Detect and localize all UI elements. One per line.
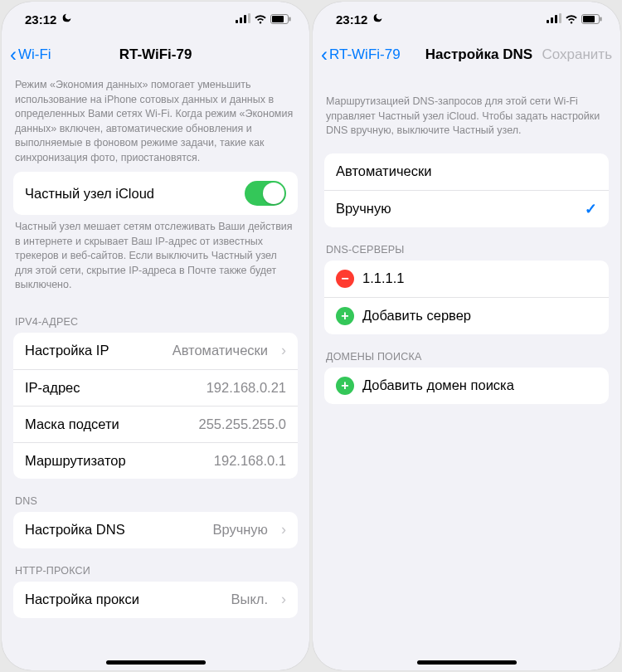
back-button[interactable]: ‹ RT-WiFi-79 — [321, 45, 401, 65]
dns-group: Настройка DNS Вручную › — [13, 512, 298, 548]
ip-address-label: IP-адрес — [25, 380, 80, 396]
chevron-left-icon: ‹ — [10, 45, 17, 65]
status-bar: 23:12 — [2, 2, 309, 37]
router-row: Маршрутизатор 192.168.0.1 — [13, 442, 298, 479]
add-server-row[interactable]: + Добавить сервер — [324, 297, 609, 334]
ipv4-header: IPV4-АДРЕС — [2, 299, 309, 333]
private-relay-row[interactable]: Частный узел iCloud — [13, 172, 298, 215]
content-scroll[interactable]: Режим «Экономия данных» помогает уменьши… — [2, 73, 309, 670]
dns-mode-manual-label: Вручную — [336, 201, 391, 217]
status-bar: 23:12 — [313, 2, 620, 37]
phone-right: 23:12 ‹ RT-WiFi-79 Настройка DNS Сохрани… — [313, 2, 620, 670]
proxy-group: Настройка прокси Выкл. › — [13, 582, 298, 618]
dns-mode-manual-row[interactable]: Вручную ✓ — [324, 190, 609, 227]
private-relay-group: Частный узел iCloud — [13, 172, 298, 215]
svg-rect-13 — [600, 17, 602, 21]
remove-server-button[interactable]: − — [336, 270, 354, 288]
add-domain-button[interactable]: + — [336, 377, 354, 395]
router-value: 192.168.0.1 — [214, 453, 286, 469]
chevron-right-icon: › — [281, 521, 286, 538]
save-button[interactable]: Сохранить — [542, 46, 612, 63]
dns-servers-header: DNS-СЕРВЕРЫ — [313, 227, 620, 261]
svg-rect-12 — [583, 16, 595, 22]
configure-dns-row[interactable]: Настройка DNS Вручную › — [13, 512, 298, 548]
svg-rect-8 — [551, 17, 553, 23]
configure-dns-value: Вручную — [212, 522, 268, 538]
dns-mode-auto-row[interactable]: Автоматически — [324, 153, 609, 190]
svg-rect-2 — [244, 15, 246, 23]
subnet-mask-value: 255.255.255.0 — [198, 416, 286, 432]
private-relay-toggle[interactable] — [245, 181, 286, 206]
router-label: Маршрутизатор — [25, 453, 126, 469]
svg-rect-1 — [240, 17, 242, 23]
chevron-right-icon: › — [281, 342, 286, 359]
svg-rect-9 — [555, 15, 557, 23]
ipv4-group: Настройка IP Автоматически › IP-адрес 19… — [13, 333, 298, 479]
ip-address-value: 192.168.0.21 — [207, 380, 286, 396]
nav-bar: ‹ RT-WiFi-79 Настройка DNS Сохранить — [313, 37, 620, 73]
battery-icon — [270, 12, 291, 27]
minus-icon: − — [341, 272, 348, 285]
dns-mode-group: Автоматически Вручную ✓ — [324, 153, 609, 227]
dnd-moon-icon — [372, 12, 383, 26]
dns-routing-note: Маршрутизацией DNS-запросов для этой сет… — [313, 73, 620, 145]
status-time: 23:12 — [25, 12, 56, 27]
phone-left: 23:12 ‹ Wi-Fi RT-WiFi-79 Режим «Экономия… — [2, 2, 309, 670]
http-proxy-header: HTTP-ПРОКСИ — [2, 548, 309, 582]
wifi-icon — [254, 12, 267, 27]
content-scroll[interactable]: Маршрутизацией DNS-запросов для этой сет… — [313, 73, 620, 670]
ip-address-row: IP-адрес 192.168.0.21 — [13, 369, 298, 406]
add-server-label: Добавить сервер — [362, 308, 471, 324]
wifi-icon — [565, 12, 578, 27]
data-saver-note: Режим «Экономия данных» помогает уменьши… — [2, 73, 309, 172]
home-indicator[interactable] — [417, 660, 517, 665]
search-domains-group: + Добавить домен поиска — [324, 368, 609, 404]
dns-servers-group: − 1.1.1.1 + Добавить сервер — [324, 261, 609, 334]
dns-mode-auto-label: Автоматически — [336, 163, 431, 179]
plus-icon: + — [341, 309, 348, 323]
subnet-mask-label: Маска подсети — [25, 416, 119, 432]
svg-rect-6 — [289, 17, 291, 21]
svg-rect-7 — [547, 20, 549, 23]
dnd-moon-icon — [61, 12, 72, 26]
configure-dns-label: Настройка DNS — [25, 522, 125, 538]
plus-icon: + — [341, 379, 348, 392]
cellular-icon — [236, 13, 250, 26]
battery-icon — [581, 12, 602, 27]
back-label: RT-WiFi-79 — [329, 46, 401, 63]
dns-header: DNS — [2, 479, 309, 512]
configure-ip-label: Настройка IP — [25, 343, 109, 358]
dns-server-value: 1.1.1.1 — [362, 270, 404, 286]
search-domains-header: ДОМЕНЫ ПОИСКА — [313, 334, 620, 368]
dns-server-row[interactable]: − 1.1.1.1 — [324, 261, 609, 297]
checkmark-icon: ✓ — [585, 200, 597, 218]
svg-rect-0 — [236, 20, 238, 23]
svg-rect-3 — [248, 13, 250, 23]
cellular-icon — [547, 13, 561, 26]
configure-ip-row[interactable]: Настройка IP Автоматически › — [13, 333, 298, 369]
add-search-domain-row[interactable]: + Добавить домен поиска — [324, 368, 609, 404]
back-button[interactable]: ‹ Wi-Fi — [10, 45, 51, 65]
home-indicator[interactable] — [106, 660, 206, 665]
chevron-right-icon: › — [281, 591, 286, 608]
add-server-button[interactable]: + — [336, 307, 354, 325]
status-time: 23:12 — [336, 12, 367, 27]
nav-bar: ‹ Wi-Fi RT-WiFi-79 — [2, 37, 309, 73]
configure-proxy-value: Выкл. — [231, 592, 268, 607]
configure-proxy-label: Настройка прокси — [25, 592, 139, 607]
back-label: Wi-Fi — [18, 46, 51, 63]
add-domain-label: Добавить домен поиска — [362, 377, 514, 393]
svg-rect-5 — [272, 16, 284, 22]
private-relay-label: Частный узел iCloud — [25, 186, 154, 202]
subnet-mask-row: Маска подсети 255.255.255.0 — [13, 406, 298, 442]
configure-proxy-row[interactable]: Настройка прокси Выкл. › — [13, 582, 298, 618]
configure-ip-value: Автоматически — [173, 343, 268, 358]
svg-rect-10 — [559, 13, 561, 23]
private-relay-note: Частный узел мешает сетям отслеживать Ва… — [2, 215, 309, 299]
chevron-left-icon: ‹ — [321, 45, 328, 65]
